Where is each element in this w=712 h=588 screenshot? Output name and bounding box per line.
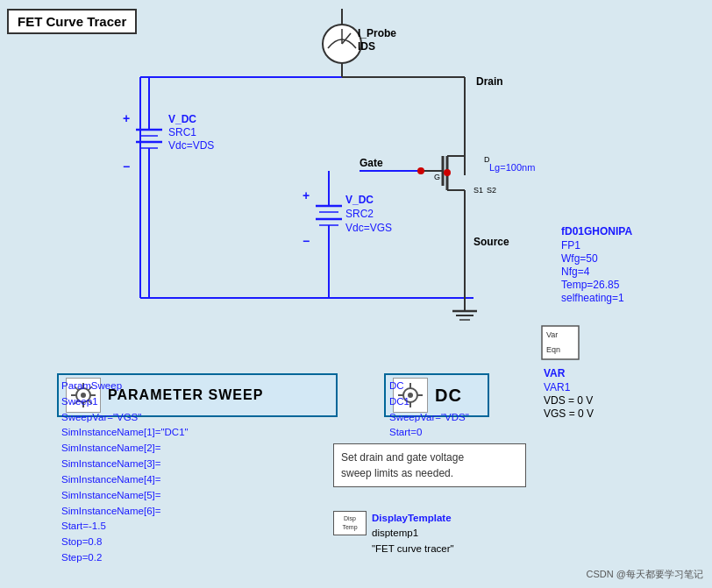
svg-text:Var: Var [546,330,558,339]
svg-text:VGS = 0 V: VGS = 0 V [544,407,594,420]
watermark: CSDN @每天都要学习笔记 [587,568,703,581]
svg-text:+: + [303,188,310,202]
ps-start: Start=-1.5 [61,519,189,535]
disp-template-icon: Disp Temp [333,511,367,535]
svg-text:−: − [123,159,130,174]
ps-siminst5: SimInstanceName[5]= [61,488,189,504]
disp-template-text: DisplayTemplate disptemp1 "FET curve tra… [372,511,454,557]
svg-text:VAR: VAR [544,367,566,379]
svg-text:selfheating=1: selfheating=1 [561,292,624,304]
svg-text:V_DC: V_DC [168,113,196,125]
svg-text:S2: S2 [487,186,496,195]
disp-template-name: disptemp1 [372,526,454,542]
svg-point-55 [444,169,451,176]
ps-siminst1: SimInstanceName[1]="DC1" [61,425,189,441]
ps-type: ParamSweep [61,379,189,394]
svg-text:Source: Source [473,236,509,248]
svg-text:fD01GHONIPA: fD01GHONIPA [561,225,632,237]
main-container: FET Curve Tracer + − V_DC SRC1 Vdc=VDS [0,0,712,588]
svg-text:Eqn: Eqn [546,345,560,354]
note-box: Set drain and gate voltage sweep limits … [333,443,526,487]
svg-text:SRC1: SRC1 [168,126,196,138]
dc-sweepvar: SweepVar="VDS" [389,410,469,426]
ps-siminst3: SimInstanceName[3]= [61,457,189,472]
display-template-area: Disp Temp DisplayTemplate disptemp1 "FET… [333,511,454,557]
svg-text:−: − [303,234,310,248]
svg-text:Lg=100nm: Lg=100nm [489,162,535,173]
svg-text:IDS: IDS [358,40,375,53]
ps-siminst4: SimInstanceName[4]= [61,472,189,488]
param-sweep-data: ParamSweep Sweep1 SweepVar="VGS" SimInst… [61,379,189,566]
ps-stop: Stop=0.8 [61,535,189,550]
svg-text:Gate: Gate [360,157,383,169]
svg-text:I_Probe: I_Probe [358,27,396,39]
svg-text:VDS = 0 V: VDS = 0 V [544,394,593,407]
dc-type: DC [389,379,469,394]
disp-icon-top: Disp [344,514,356,522]
svg-text:V_DC: V_DC [345,194,374,206]
svg-text:Nfg=4: Nfg=4 [561,266,590,278]
svg-text:Vdc=VGS: Vdc=VGS [345,222,392,234]
disp-template-label: DisplayTemplate [372,511,454,527]
ps-step: Step=0.2 [61,550,189,566]
svg-point-54 [417,167,424,174]
svg-text:+: + [123,111,130,125]
svg-text:SRC2: SRC2 [345,208,374,220]
svg-text:G: G [434,173,440,181]
ps-sweepvar: SweepVar="VGS" [61,410,189,426]
svg-text:Vdc=VDS: Vdc=VDS [168,139,214,152]
ps-siminst6: SimInstanceName[6]= [61,504,189,520]
dc-start: Start=0 [389,425,469,441]
disp-template-value: "FET curve tracer" [372,542,454,557]
note-line2: sweep limits as needed. [341,465,518,481]
svg-text:S1: S1 [473,186,483,195]
svg-text:Wfg=50: Wfg=50 [561,252,598,265]
svg-text:FP1: FP1 [561,239,580,251]
note-line1: Set drain and gate voltage [341,450,518,465]
ps-siminst2: SimInstanceName[2]= [61,441,189,457]
ps-name: Sweep1 [61,394,189,410]
svg-text:Drain: Drain [476,75,503,88]
dc-name: DC1 [389,394,469,410]
disp-icon-bot: Temp [342,523,357,531]
svg-text:VAR1: VAR1 [544,381,571,393]
svg-text:Temp=26.85: Temp=26.85 [561,279,620,291]
